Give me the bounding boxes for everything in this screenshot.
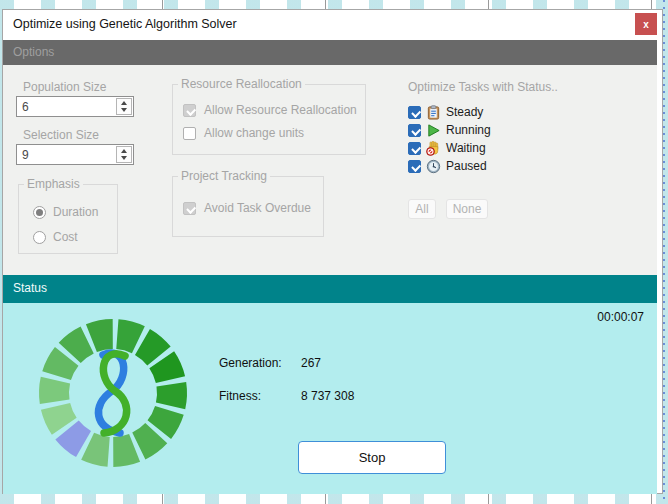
genetic-solver-dialog: Optimize using Genetic Algorithm Solver … <box>2 9 663 494</box>
close-icon: x <box>643 19 649 30</box>
emphasis-cost-option[interactable]: Cost <box>33 230 78 244</box>
avoid-task-overdue-checkbox[interactable] <box>183 202 196 215</box>
generation-value: 267 <box>301 356 321 370</box>
stop-button-label: Stop <box>359 450 386 465</box>
avoid-task-overdue-label: Avoid Task Overdue <box>204 201 311 215</box>
resource-reallocation-groupbox: Resource Reallocation Allow Resource Rea… <box>172 84 366 155</box>
steady-checkbox[interactable] <box>408 106 421 119</box>
options-header-label: Options <box>13 45 54 59</box>
radio-duration[interactable] <box>33 206 46 219</box>
fitness-label: Fitness: <box>219 389 261 403</box>
task-status-steady-row[interactable]: Steady <box>408 104 483 120</box>
close-button[interactable]: x <box>635 13 657 35</box>
task-status-waiting-row[interactable]: Waiting <box>408 140 486 156</box>
allow-change-units-label: Allow change units <box>204 126 304 140</box>
emphasis-duration-option[interactable]: Duration <box>33 205 98 219</box>
select-none-label: None <box>453 202 482 216</box>
paused-checkbox[interactable] <box>408 160 421 173</box>
task-status-paused-row[interactable]: Paused <box>408 158 487 174</box>
elapsed-time: 00:00:07 <box>597 310 644 324</box>
population-size-stepper[interactable]: 6 <box>16 96 134 117</box>
spin-down-button[interactable] <box>117 107 131 115</box>
waiting-label: Waiting <box>446 141 486 155</box>
selection-size-spin-buttons <box>116 146 132 163</box>
spin-up-button[interactable] <box>117 99 131 107</box>
spin-down-button[interactable] <box>117 155 131 163</box>
window-title: Optimize using Genetic Algorithm Solver <box>13 17 237 31</box>
selection-marquee <box>663 0 665 504</box>
running-label: Running <box>446 123 491 137</box>
task-status-label: Optimize Tasks with Status.. <box>408 80 558 94</box>
emphasis-groupbox: Emphasis Duration Cost <box>18 184 118 254</box>
selection-size-value: 9 <box>22 148 29 162</box>
clipboard-icon <box>426 105 441 120</box>
chevron-up-icon <box>121 101 127 105</box>
allow-resource-reallocation-checkbox[interactable] <box>183 104 196 117</box>
chevron-down-icon <box>121 156 127 160</box>
spin-up-button[interactable] <box>117 147 131 155</box>
allow-resource-reallocation-label: Allow Resource Reallocation <box>204 103 357 117</box>
steady-label: Steady <box>446 105 483 119</box>
population-size-value: 6 <box>22 100 29 114</box>
status-header-label: Status <box>13 281 47 295</box>
fitness-value: 8 737 308 <box>301 389 354 403</box>
chevron-down-icon <box>121 108 127 112</box>
running-checkbox[interactable] <box>408 124 421 137</box>
play-icon <box>426 123 441 138</box>
selection-size-stepper[interactable]: 9 <box>16 144 134 165</box>
emphasis-legend: Emphasis <box>24 177 83 191</box>
project-tracking-groupbox: Project Tracking Avoid Task Overdue <box>172 176 324 237</box>
population-size-spin-buttons <box>116 98 132 115</box>
status-section-header: Status <box>3 275 657 303</box>
select-all-label: All <box>415 202 428 216</box>
generation-label: Generation: <box>219 356 282 370</box>
options-section-header: Options <box>3 40 657 65</box>
spinner-ring-and-dna-icon <box>31 311 195 475</box>
title-bar[interactable]: Optimize using Genetic Algorithm Solver … <box>3 10 662 40</box>
resource-reallocation-legend: Resource Reallocation <box>178 77 305 91</box>
allow-resource-reallocation-row[interactable]: Allow Resource Reallocation <box>183 103 357 117</box>
select-none-button[interactable]: None <box>446 199 488 219</box>
population-size-label: Population Size <box>23 80 106 94</box>
selection-size-label: Selection Size <box>23 128 99 142</box>
waiting-checkbox[interactable] <box>408 142 421 155</box>
task-status-running-row[interactable]: Running <box>408 122 491 138</box>
chevron-up-icon <box>121 149 127 153</box>
radio-duration-label: Duration <box>53 205 98 219</box>
allow-change-units-checkbox[interactable] <box>183 127 196 140</box>
options-panel: Population Size 6 Selection Size 9 Empha… <box>3 65 657 275</box>
waiting-hand-icon <box>426 141 441 156</box>
radio-cost-label: Cost <box>53 230 78 244</box>
clock-icon <box>426 159 441 174</box>
paused-label: Paused <box>446 159 487 173</box>
project-tracking-legend: Project Tracking <box>178 169 270 183</box>
stop-button[interactable]: Stop <box>298 441 446 474</box>
radio-cost[interactable] <box>33 231 46 244</box>
allow-change-units-row[interactable]: Allow change units <box>183 126 304 140</box>
ga-spinner <box>31 311 195 475</box>
avoid-task-overdue-row[interactable]: Avoid Task Overdue <box>183 201 311 215</box>
select-all-button[interactable]: All <box>408 199 436 219</box>
